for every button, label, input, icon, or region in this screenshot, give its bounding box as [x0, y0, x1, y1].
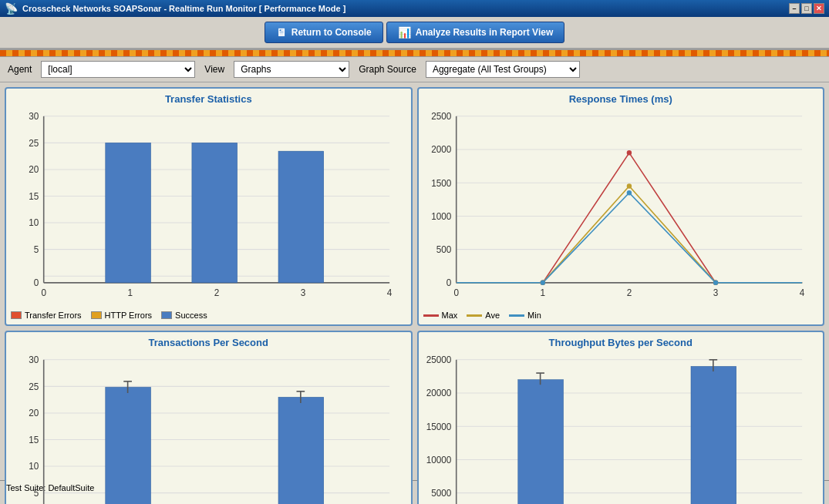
- throughput-bytes-panel: Throughput Bytes per Second 25000 20000 …: [417, 331, 825, 504]
- svg-text:10: 10: [29, 462, 39, 472]
- transactions-chart: 30 25 20 15 10 5 0 0 1 2 3 4: [11, 351, 406, 504]
- svg-rect-22: [192, 143, 238, 282]
- legend-label-min: Min: [527, 311, 541, 320]
- svg-text:30: 30: [29, 354, 39, 365]
- toolbar: 🖥 Return to Console 📊 Analyze Results in…: [0, 17, 829, 49]
- throughput-bytes-title: Throughput Bytes per Second: [423, 337, 819, 348]
- svg-rect-97: [517, 380, 563, 504]
- svg-text:2500: 2500: [431, 111, 452, 122]
- svg-text:30: 30: [29, 111, 39, 122]
- svg-text:15: 15: [29, 435, 39, 445]
- svg-text:10: 10: [29, 217, 39, 228]
- svg-text:0: 0: [453, 287, 459, 298]
- legend-http-errors: HTTP Errors: [91, 311, 153, 320]
- maximize-button[interactable]: □: [801, 3, 812, 14]
- legend-color-success: [161, 311, 172, 319]
- agent-select[interactable]: [local]: [41, 61, 195, 78]
- svg-text:25: 25: [29, 138, 39, 149]
- response-times-chart: 2500 2000 1500 1000 500 0 0 1 2 3 4: [423, 108, 819, 307]
- svg-rect-76: [278, 398, 324, 504]
- agent-label: Agent: [8, 64, 32, 75]
- title-bar-controls: – □ ✕: [789, 3, 824, 14]
- legend-label-max: Max: [442, 311, 458, 320]
- legend-min: Min: [509, 311, 541, 320]
- throughput-chart: 25000 20000 15000 10000 5000 0 0 1 2 3 4: [423, 351, 819, 504]
- legend-color-max: [423, 314, 439, 317]
- legend-label-http-errors: HTTP Errors: [105, 311, 153, 320]
- svg-text:10000: 10000: [426, 455, 451, 465]
- svg-text:500: 500: [436, 244, 451, 255]
- svg-point-43: [626, 150, 631, 155]
- svg-text:20: 20: [29, 408, 39, 418]
- transfer-statistics-title: Transfer Statistics: [11, 93, 406, 105]
- svg-text:0: 0: [446, 277, 451, 288]
- svg-text:1: 1: [540, 287, 545, 298]
- analyze-label: Analyze Results in Report View: [416, 27, 554, 38]
- analyze-icon: 📊: [398, 26, 411, 39]
- svg-text:1000: 1000: [431, 211, 452, 222]
- svg-rect-72: [106, 388, 151, 504]
- view-label: View: [204, 64, 224, 75]
- legend-color-ave: [467, 314, 482, 317]
- transactions-per-second-title: Transactions Per Second: [11, 337, 406, 348]
- app-icon: 📡: [5, 2, 18, 15]
- response-times-title: Response Times (ms): [423, 93, 819, 105]
- main-content: Transfer Statistics 30 25 20 15 10: [0, 82, 829, 480]
- return-to-console-button[interactable]: 🖥 Return to Console: [265, 22, 383, 43]
- progress-bar: [0, 49, 829, 57]
- response-times-legend: Max Ave Min: [423, 307, 819, 320]
- graph-source-label: Graph Source: [359, 64, 416, 75]
- title-bar-text: Crosscheck Networks SOAPSonar - Realtime…: [22, 4, 345, 13]
- title-bar: 📡 Crosscheck Networks SOAPSonar - Realti…: [0, 0, 829, 17]
- svg-text:2: 2: [214, 287, 220, 298]
- svg-point-48: [540, 281, 544, 285]
- analyze-results-button[interactable]: 📊 Analyze Results in Report View: [386, 22, 565, 43]
- svg-text:1500: 1500: [431, 177, 452, 188]
- svg-point-46: [626, 183, 631, 188]
- transfer-stats-legend: Transfer Errors HTTP Errors Success: [11, 307, 406, 320]
- svg-text:0: 0: [41, 287, 46, 298]
- svg-text:2: 2: [626, 287, 632, 298]
- legend-label-transfer-errors: Transfer Errors: [25, 311, 82, 320]
- svg-text:20: 20: [29, 164, 39, 175]
- legend-max: Max: [423, 311, 458, 320]
- svg-text:5: 5: [34, 488, 39, 499]
- transfer-statistics-panel: Transfer Statistics 30 25 20 15 10: [5, 87, 413, 326]
- minimize-button[interactable]: –: [789, 3, 800, 14]
- svg-text:25000: 25000: [426, 354, 451, 365]
- svg-text:3: 3: [713, 287, 718, 298]
- svg-text:2000: 2000: [431, 144, 452, 155]
- svg-rect-21: [106, 143, 151, 282]
- svg-text:20000: 20000: [426, 388, 451, 399]
- legend-color-min: [509, 314, 524, 317]
- return-icon: 🖥: [276, 26, 287, 39]
- transfer-statistics-chart: 30 25 20 15 10 5 0 0 1 2 3 4: [11, 108, 406, 307]
- transactions-per-second-panel: Transactions Per Second 30 25 20 15 10: [5, 331, 413, 504]
- legend-color-http-errors: [91, 311, 102, 319]
- svg-text:15000: 15000: [426, 422, 451, 432]
- return-label: Return to Console: [291, 27, 372, 38]
- graph-source-select[interactable]: Aggregate (All Test Groups): [426, 61, 580, 78]
- legend-transfer-errors: Transfer Errors: [11, 311, 82, 320]
- response-times-panel: Response Times (ms) 2500 2000 1500 1000 …: [417, 87, 825, 326]
- svg-point-49: [626, 190, 631, 195]
- svg-text:4: 4: [799, 287, 804, 298]
- legend-success: Success: [161, 311, 207, 320]
- svg-rect-23: [278, 151, 324, 283]
- svg-text:15: 15: [29, 191, 39, 202]
- svg-rect-101: [691, 367, 736, 504]
- svg-text:5: 5: [34, 244, 39, 255]
- svg-text:1: 1: [128, 287, 133, 298]
- view-select[interactable]: Graphs: [234, 61, 349, 78]
- svg-point-50: [713, 281, 717, 285]
- svg-text:25: 25: [29, 381, 39, 392]
- legend-ave: Ave: [467, 311, 500, 320]
- controls-bar: Agent [local] View Graphs Graph Source A…: [0, 57, 829, 82]
- svg-text:3: 3: [301, 287, 306, 298]
- legend-label-success: Success: [175, 311, 207, 320]
- close-button[interactable]: ✕: [814, 3, 824, 14]
- legend-label-ave: Ave: [485, 311, 500, 320]
- svg-text:5000: 5000: [431, 488, 452, 499]
- title-bar-left: 📡 Crosscheck Networks SOAPSonar - Realti…: [5, 2, 345, 15]
- legend-color-transfer-errors: [11, 311, 22, 319]
